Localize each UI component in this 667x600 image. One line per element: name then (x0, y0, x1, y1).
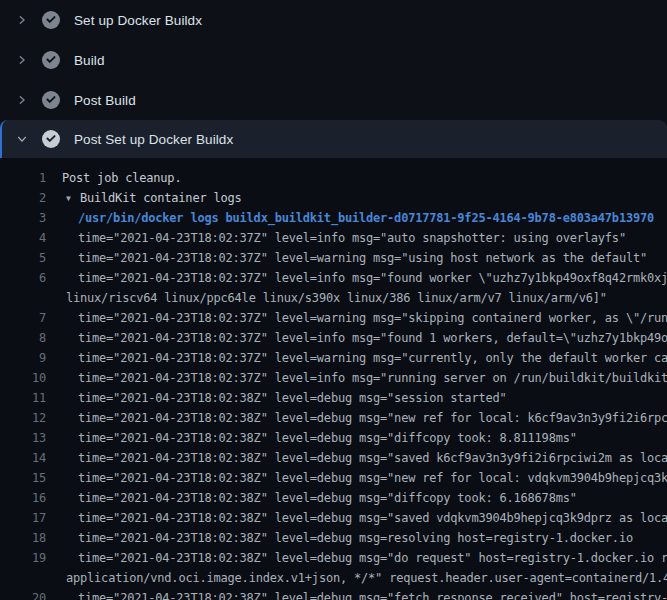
log-group-toggle[interactable]: ▼BuildKit container logs (62, 188, 242, 208)
step-section-post-set-up-docker-buildx[interactable]: Post Set up Docker Buildx (0, 120, 667, 158)
log-text: time="2021-04-23T18:02:38Z" level=debug … (78, 508, 667, 528)
log-line: 17time="2021-04-23T18:02:38Z" level=debu… (0, 508, 667, 528)
log-line: 2▼BuildKit container logs (0, 188, 667, 208)
line-number[interactable]: 20 (0, 588, 46, 600)
chevron-right-icon (16, 14, 28, 26)
log-line-continuation: linux/riscv64 linux/ppc64le linux/s390x … (0, 288, 667, 308)
line-number[interactable]: 19 (0, 548, 46, 568)
line-number[interactable]: 10 (0, 368, 46, 388)
check-circle-icon (42, 130, 60, 148)
step-label: Post Build (74, 93, 136, 108)
check-circle-icon (42, 11, 60, 29)
line-number[interactable]: 16 (0, 488, 46, 508)
log-line: 6time="2021-04-23T18:02:37Z" level=info … (0, 268, 667, 288)
log-text: time="2021-04-23T18:02:38Z" level=debug … (78, 488, 577, 508)
actions-log-viewer: Set up Docker Buildx Build Post Build (0, 0, 667, 600)
line-number[interactable]: 11 (0, 388, 46, 408)
log-text: time="2021-04-23T18:02:37Z" level=warnin… (78, 348, 667, 368)
log-line: 9time="2021-04-23T18:02:37Z" level=warni… (0, 348, 667, 368)
log-text: application/vnd.oci.image.index.v1+json,… (66, 568, 667, 588)
log-line: 15time="2021-04-23T18:02:38Z" level=debu… (0, 468, 667, 488)
log-text: linux/riscv64 linux/ppc64le linux/s390x … (66, 288, 607, 308)
log-line: 11time="2021-04-23T18:02:38Z" level=debu… (0, 388, 667, 408)
step-label: Set up Docker Buildx (74, 13, 202, 28)
chevron-down-icon (16, 133, 28, 145)
log-line: 14time="2021-04-23T18:02:38Z" level=debu… (0, 448, 667, 468)
log-line: 19time="2021-04-23T18:02:38Z" level=debu… (0, 548, 667, 568)
log-line: 18time="2021-04-23T18:02:38Z" level=debu… (0, 528, 667, 548)
log-line: 12time="2021-04-23T18:02:38Z" level=debu… (0, 408, 667, 428)
log-line: 13time="2021-04-23T18:02:38Z" level=debu… (0, 428, 667, 448)
line-number[interactable]: 5 (0, 248, 46, 268)
line-number[interactable]: 17 (0, 508, 46, 528)
line-number[interactable]: 8 (0, 328, 46, 348)
log-text: time="2021-04-23T18:02:37Z" level=info m… (78, 268, 667, 288)
log-text: time="2021-04-23T18:02:38Z" level=debug … (78, 588, 667, 600)
chevron-right-icon (16, 54, 28, 66)
log-text: Post job cleanup. (62, 168, 181, 188)
log-line: 8time="2021-04-23T18:02:37Z" level=info … (0, 328, 667, 348)
triangle-down-icon: ▼ (66, 189, 75, 208)
line-number[interactable]: 6 (0, 268, 46, 288)
step-section-set-up-docker-buildx[interactable]: Set up Docker Buildx (0, 0, 667, 40)
line-number[interactable]: 14 (0, 448, 46, 468)
log-line: 7time="2021-04-23T18:02:37Z" level=warni… (0, 308, 667, 328)
log-text: time="2021-04-23T18:02:38Z" level=debug … (78, 468, 667, 488)
log-line: 5time="2021-04-23T18:02:37Z" level=warni… (0, 248, 667, 268)
line-number[interactable]: 3 (0, 208, 46, 228)
log-text: time="2021-04-23T18:02:37Z" level=info m… (78, 328, 667, 348)
line-number[interactable]: 7 (0, 308, 46, 328)
log-text: time="2021-04-23T18:02:38Z" level=debug … (78, 428, 577, 448)
log-text: time="2021-04-23T18:02:38Z" level=debug … (78, 408, 667, 428)
line-number[interactable]: 15 (0, 468, 46, 488)
step-section-post-build[interactable]: Post Build (0, 80, 667, 120)
log-text: time="2021-04-23T18:02:38Z" level=debug … (78, 448, 667, 468)
step-section-build[interactable]: Build (0, 40, 667, 80)
log-line: 20time="2021-04-23T18:02:38Z" level=debu… (0, 588, 667, 600)
log-line: 4time="2021-04-23T18:02:37Z" level=info … (0, 228, 667, 248)
line-number[interactable]: 18 (0, 528, 46, 548)
log-text: time="2021-04-23T18:02:38Z" level=debug … (78, 528, 633, 548)
line-number[interactable]: 9 (0, 348, 46, 368)
log-line: 1Post job cleanup. (0, 168, 667, 188)
line-number[interactable]: 1 (0, 168, 46, 188)
log-text: time="2021-04-23T18:02:38Z" level=debug … (78, 388, 507, 408)
log-group-label: BuildKit container logs (80, 191, 242, 205)
step-list: Set up Docker Buildx Build Post Build (0, 0, 667, 158)
chevron-right-icon (16, 94, 28, 106)
log-text: time="2021-04-23T18:02:37Z" level=warnin… (78, 248, 647, 268)
log-line: 3/usr/bin/docker logs buildx_buildkit_bu… (0, 208, 667, 228)
log-text: time="2021-04-23T18:02:37Z" level=warnin… (78, 308, 667, 328)
log-text: time="2021-04-23T18:02:38Z" level=debug … (78, 548, 667, 568)
check-circle-icon (42, 91, 60, 109)
line-number[interactable]: 2 (0, 188, 46, 208)
command-text: /usr/bin/docker logs buildx_buildkit_bui… (78, 208, 654, 228)
log-line: 10time="2021-04-23T18:02:37Z" level=info… (0, 368, 667, 388)
step-label: Post Set up Docker Buildx (74, 132, 233, 147)
line-number[interactable]: 4 (0, 228, 46, 248)
log-line-continuation: application/vnd.oci.image.index.v1+json,… (0, 568, 667, 588)
log-text: time="2021-04-23T18:02:37Z" level=info m… (78, 228, 626, 248)
log-text: time="2021-04-23T18:02:37Z" level=info m… (78, 368, 667, 388)
line-number[interactable]: 13 (0, 428, 46, 448)
check-circle-icon (42, 51, 60, 69)
step-label: Build (74, 53, 105, 68)
line-number[interactable]: 12 (0, 408, 46, 428)
log-line: 16time="2021-04-23T18:02:38Z" level=debu… (0, 488, 667, 508)
log-pane: 1Post job cleanup.2▼BuildKit container l… (0, 158, 667, 600)
